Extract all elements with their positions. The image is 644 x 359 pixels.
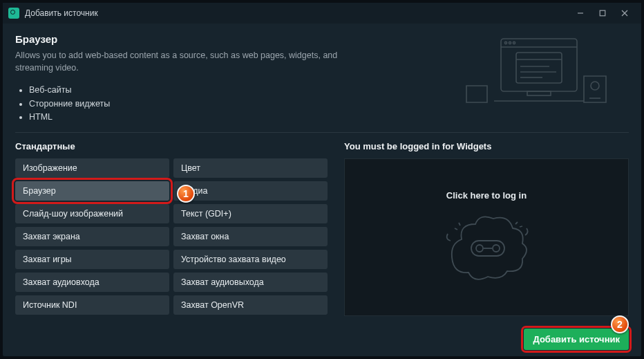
login-prompt: Click here to log in [446, 190, 527, 201]
svg-point-19 [476, 245, 483, 252]
titlebar: Добавить источник [3, 3, 641, 24]
source-pill[interactable]: Цвет [173, 158, 328, 178]
source-pill[interactable]: Слайд-шоу изображений [15, 204, 169, 223]
svg-point-6 [504, 42, 506, 44]
browser-illustration-icon [442, 33, 629, 118]
standard-sources-grid: ИзображениеЦветБраузерМедиаСлайд-шоу изо… [15, 158, 328, 315]
source-pill[interactable]: Устройство захвата видео [173, 250, 328, 269]
svg-rect-14 [527, 91, 551, 95]
source-pill[interactable]: Захват аудиовхода [15, 273, 169, 292]
source-pill[interactable]: Браузер [15, 181, 169, 201]
svg-rect-1 [600, 10, 605, 16]
widgets-title: You must be logged in for Widgets [344, 141, 629, 151]
feature-item: HTML [29, 111, 426, 124]
source-pill[interactable]: Медиа [173, 181, 328, 201]
source-pill[interactable]: Текст (GDI+) [173, 204, 328, 223]
app-icon [8, 8, 19, 19]
widgets-login-panel[interactable]: Click here to log in [344, 158, 629, 316]
window-title: Добавить источник [25, 8, 569, 18]
source-description: Allows you to add web-based content as a… [15, 49, 361, 74]
annotation-badge-2: 2 [611, 315, 629, 333]
source-pill[interactable]: Захват экрана [15, 227, 169, 246]
close-button[interactable] [614, 5, 636, 21]
source-pill[interactable]: Захват OpenVR [173, 295, 328, 315]
svg-point-20 [493, 245, 500, 252]
add-source-window: Добавить источник Браузер Allows you to … [3, 3, 641, 356]
annotation-badge-1: 1 [177, 185, 195, 203]
minimize-button[interactable] [569, 5, 591, 21]
svg-point-16 [591, 82, 599, 90]
feature-item: Веб-сайты [29, 84, 426, 97]
source-heading: Браузер [15, 33, 426, 45]
feature-item: Сторонние виджеты [29, 98, 426, 111]
source-pill[interactable]: Источник NDI [15, 295, 169, 315]
dialog-footer: Добавить источник [15, 322, 629, 356]
source-pill[interactable]: Захват игры [15, 250, 169, 269]
svg-rect-9 [516, 53, 562, 83]
source-hero: Браузер Allows you to add web-based cont… [15, 33, 629, 133]
source-pill[interactable]: Захват окна [173, 227, 328, 246]
svg-point-7 [509, 42, 511, 44]
source-pill[interactable]: Изображение [15, 158, 169, 178]
standard-title: Стандартные [15, 141, 328, 151]
source-pill[interactable]: Захват аудиовыхода [173, 273, 328, 292]
maximize-button[interactable] [591, 5, 614, 21]
svg-point-8 [513, 42, 515, 44]
add-source-button[interactable]: Добавить источник [524, 329, 629, 350]
source-features-list: Веб-сайты Сторонние виджеты HTML [15, 84, 426, 124]
